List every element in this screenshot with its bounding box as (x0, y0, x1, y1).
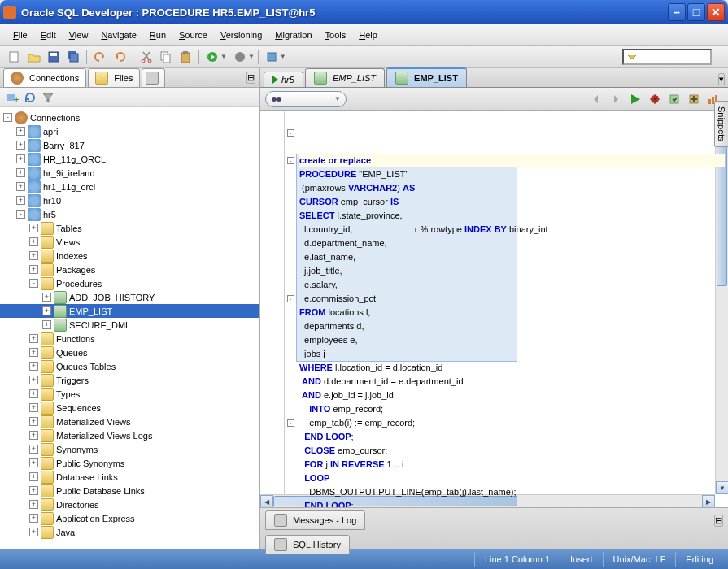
tree-node-connections[interactable]: -Connections (0, 111, 259, 124)
code-line[interactable]: d.department_name, (299, 237, 725, 250)
compile-debug-icon[interactable] (686, 91, 702, 107)
tree-node-public-database-links[interactable]: +Public Database Links (0, 484, 259, 497)
tree-node-views[interactable]: +Views (0, 235, 259, 249)
tree-node-public-synonyms[interactable]: +Public Synonyms (0, 456, 259, 470)
tree-toggle[interactable]: + (29, 251, 38, 260)
tree-toggle[interactable]: + (16, 127, 25, 136)
debug-proc-icon[interactable] (647, 91, 663, 107)
tree-toggle[interactable]: + (42, 320, 51, 329)
tree-toggle[interactable]: + (29, 334, 38, 343)
tree-toggle[interactable]: + (16, 168, 25, 177)
tab-list-icon[interactable]: ▾ (718, 73, 725, 85)
save-all-icon[interactable] (65, 49, 81, 65)
tree-node-database-links[interactable]: +Database Links (0, 470, 259, 484)
copy-icon[interactable] (158, 49, 174, 65)
code-editor[interactable]: ---- create or replacePROCEDURE "EMP_LIS… (260, 111, 728, 507)
code-line[interactable]: e.salary, (299, 278, 725, 292)
tree-toggle[interactable]: + (29, 500, 38, 509)
tree-toggle[interactable]: + (29, 417, 38, 426)
tree-toggle[interactable]: - (16, 210, 25, 219)
tree-node-materialized-views[interactable]: +Materialized Views (0, 415, 259, 428)
code-line[interactable]: e.last_name, (299, 250, 725, 264)
panel-menu-icon[interactable]: ⊟ (246, 72, 255, 84)
undo-icon[interactable] (92, 49, 108, 65)
redo-icon[interactable] (111, 49, 128, 65)
menu-migration[interactable]: Migration (268, 27, 318, 43)
tree-toggle[interactable]: + (29, 376, 38, 384)
tree-node-tables[interactable]: +Tables (0, 221, 259, 235)
tab-reports[interactable] (142, 68, 165, 88)
tree-toggle[interactable]: + (29, 224, 38, 232)
tree-node-sequences[interactable]: +Sequences (0, 401, 259, 415)
tree-node-hr1-11g-orcl[interactable]: +hr1_11g_orcl (0, 180, 259, 193)
tree-node-hr10[interactable]: +hr10 (0, 193, 259, 207)
tree-toggle[interactable]: + (29, 348, 38, 357)
fold-toggle[interactable]: - (287, 129, 294, 137)
tree-node-hr-9i-ireland[interactable]: +hr_9i_ireland (0, 166, 259, 180)
tree-node-types[interactable]: +Types (0, 387, 259, 401)
panel-collapse-icon[interactable]: ⊟ (714, 515, 723, 527)
tree-toggle[interactable]: + (29, 265, 38, 274)
snippets-tab[interactable]: Snippets (714, 101, 728, 147)
menu-versioning[interactable]: Versioning (214, 27, 268, 43)
menu-help[interactable]: Help (352, 27, 384, 43)
search-input[interactable] (622, 49, 712, 65)
code-line[interactable]: AND e.job_id = j.job_id; (299, 389, 725, 402)
fold-column[interactable]: ---- (285, 111, 296, 507)
tree-toggle[interactable]: + (29, 486, 38, 495)
new-icon[interactable] (7, 49, 23, 65)
cut-icon[interactable] (138, 49, 155, 65)
connections-tree[interactable]: -Connections+april+Barry_817+HR_11g_ORCL… (0, 107, 259, 549)
menu-tools[interactable]: Tools (319, 27, 353, 43)
editor-tab-hr5[interactable]: hr5 (264, 72, 303, 87)
tree-toggle[interactable]: + (29, 528, 38, 536)
code-line[interactable]: emp_tab(i) := emp_record; (299, 416, 725, 430)
code-line[interactable]: (pmaxrows VARCHAR2) AS (299, 181, 725, 195)
tree-node-add-job-history[interactable]: +ADD_JOB_HISTORY (0, 290, 259, 304)
tree-node-functions[interactable]: +Functions (0, 332, 259, 345)
compile-icon[interactable] (666, 91, 682, 107)
menu-navigate[interactable]: Navigate (94, 27, 142, 43)
code-line[interactable]: FROM locations l, (299, 306, 725, 319)
paste-icon[interactable] (177, 49, 194, 65)
code-line[interactable]: FOR j IN REVERSE 1 .. i (299, 458, 725, 471)
tree-node-secure-dml[interactable]: +SECURE_DML (0, 318, 259, 332)
nav-forward-icon[interactable] (608, 91, 624, 107)
tab-messages[interactable]: Messages - Log (265, 510, 365, 530)
tree-node-indexes[interactable]: +Indexes (0, 249, 259, 263)
tree-toggle[interactable]: + (42, 293, 51, 302)
tree-toggle[interactable]: + (29, 514, 38, 523)
code-line[interactable]: AND d.department_id = e.department_id (299, 375, 725, 389)
code-line[interactable]: PROCEDURE "EMP_LIST" (299, 167, 725, 181)
tree-toggle[interactable]: + (29, 458, 38, 467)
maximize-button[interactable]: □ (687, 3, 705, 21)
tree-node-queues[interactable]: +Queues (0, 345, 259, 359)
code-line[interactable]: WHERE l.location_id = d.location_id (299, 361, 725, 375)
open-icon[interactable] (26, 49, 42, 65)
tree-node-packages[interactable]: +Packages (0, 263, 259, 276)
code-line[interactable]: employees e, (299, 333, 725, 347)
editor-tab-emp_list[interactable]: EMP_LIST (305, 68, 385, 87)
tree-toggle[interactable]: + (29, 445, 38, 454)
debug-icon[interactable] (232, 49, 248, 65)
run-proc-icon[interactable] (627, 91, 643, 107)
fold-toggle[interactable]: - (287, 157, 294, 164)
code-line[interactable]: DBMS_OUTPUT.PUT_LINE(emp_tab(j).last_nam… (299, 485, 725, 499)
code-line[interactable]: CLOSE emp_cursor; (299, 444, 725, 458)
menu-view[interactable]: View (63, 27, 95, 43)
menu-file[interactable]: File (7, 27, 34, 43)
refresh-icon[interactable] (23, 90, 37, 105)
tree-toggle[interactable]: + (29, 362, 38, 371)
code-line[interactable]: l.country_id, r % rowtype INDEX BY binar… (299, 223, 725, 237)
tree-toggle[interactable]: + (16, 141, 25, 150)
code-line[interactable]: INTO emp_record; (299, 402, 725, 416)
tab-connections[interactable]: Connections (3, 68, 86, 88)
tree-toggle[interactable]: + (42, 306, 51, 315)
fold-toggle[interactable]: - (287, 419, 294, 427)
new-connection-icon[interactable]: + (5, 90, 20, 105)
menu-run[interactable]: Run (143, 27, 172, 43)
tree-node-barry-817[interactable]: +Barry_817 (0, 138, 259, 152)
code-line[interactable]: LOOP (299, 471, 725, 485)
tree-toggle[interactable]: + (29, 389, 38, 398)
tree-toggle[interactable]: + (29, 431, 38, 440)
